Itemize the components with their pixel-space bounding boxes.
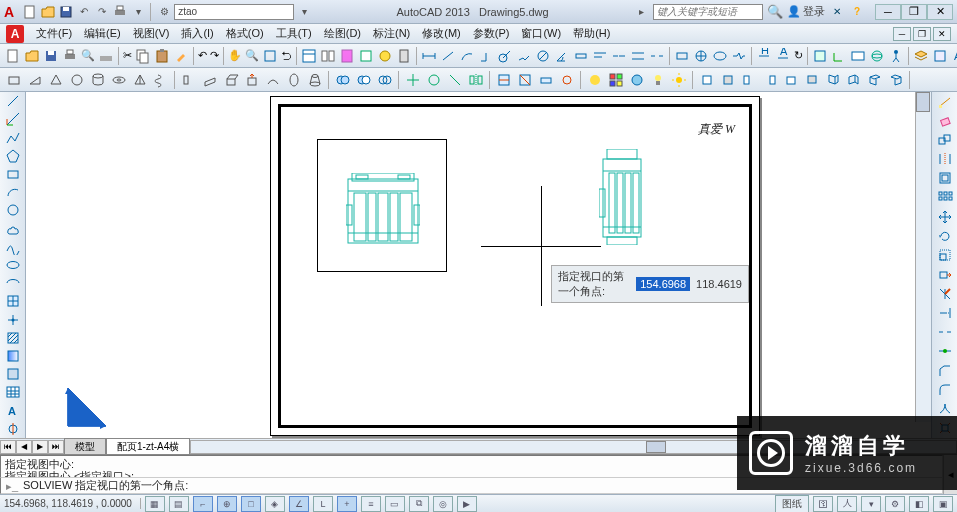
print-button[interactable]	[61, 46, 79, 66]
tab-prev-button[interactable]: ◀	[16, 440, 32, 454]
new-button[interactable]	[4, 46, 22, 66]
mtext-button[interactable]: A	[0, 401, 25, 419]
info-dropdown-icon[interactable]: ▸	[633, 4, 649, 20]
circle-button[interactable]	[0, 201, 25, 219]
app-menu-icon[interactable]: A	[6, 25, 24, 43]
otrack-toggle[interactable]: ∠	[289, 496, 309, 512]
cline-button[interactable]	[0, 110, 25, 128]
dist-button[interactable]	[932, 92, 957, 111]
tab-last-button[interactable]: ⏭	[48, 440, 64, 454]
hatch-button[interactable]	[0, 329, 25, 347]
ellipse-button[interactable]	[0, 256, 25, 274]
copy-button[interactable]	[932, 130, 957, 149]
shape-cylinder-button[interactable]	[88, 70, 108, 90]
cut-button[interactable]: ✂	[122, 46, 133, 66]
block-button[interactable]	[0, 292, 25, 310]
redo-button[interactable]: ↷	[209, 46, 220, 66]
join-button[interactable]	[932, 342, 957, 361]
view-back-button[interactable]	[802, 70, 822, 90]
snap-toggle[interactable]: ▦	[145, 496, 165, 512]
help-search-input[interactable]	[653, 4, 763, 20]
status-ann-icon[interactable]: 人	[837, 496, 857, 512]
spline-button[interactable]	[0, 238, 25, 256]
dim-diameter-button[interactable]	[534, 46, 552, 66]
dim-break-button[interactable]	[648, 46, 666, 66]
scale-button[interactable]	[932, 246, 957, 265]
arc-button[interactable]	[0, 183, 25, 201]
stretch-button[interactable]	[932, 265, 957, 284]
calc-button[interactable]	[395, 46, 413, 66]
view-left-button[interactable]	[739, 70, 759, 90]
erase-button[interactable]	[932, 111, 957, 130]
imprint-button[interactable]	[557, 70, 577, 90]
qat-print-icon[interactable]	[112, 4, 128, 20]
grid-toggle[interactable]: ▤	[169, 496, 189, 512]
layerstate-button[interactable]	[931, 46, 949, 66]
addpt-button[interactable]	[0, 420, 25, 438]
doc-restore-button[interactable]: ❐	[913, 27, 931, 41]
preview-button[interactable]: 🔍	[80, 46, 96, 66]
tab-first-button[interactable]: ⏮	[0, 440, 16, 454]
view-se-button[interactable]	[844, 70, 864, 90]
tab-next-button[interactable]: ▶	[32, 440, 48, 454]
status-lock-icon[interactable]: ⚿	[813, 496, 833, 512]
fillet-button[interactable]	[932, 380, 957, 399]
point-button[interactable]	[0, 310, 25, 328]
model-tab[interactable]: 模型	[64, 438, 106, 456]
menu-窗口w[interactable]: 窗口(W)	[515, 24, 567, 43]
shape-torus-button[interactable]	[109, 70, 129, 90]
dim-continue-button[interactable]	[610, 46, 628, 66]
extend-button[interactable]	[932, 303, 957, 322]
dim-radius-button[interactable]	[496, 46, 514, 66]
rect-button[interactable]	[0, 165, 25, 183]
view-right-button[interactable]	[760, 70, 780, 90]
table-button[interactable]	[0, 383, 25, 401]
3dalign-button[interactable]	[445, 70, 465, 90]
dimupdate-button[interactable]: ↻	[793, 46, 804, 66]
space-toggle[interactable]: 图纸	[775, 495, 809, 513]
polar-toggle[interactable]: ⊕	[217, 496, 237, 512]
matchprop-button[interactable]	[172, 46, 190, 66]
view-ne-button[interactable]	[865, 70, 885, 90]
workspace-dropdown-icon[interactable]: ▾	[296, 4, 312, 20]
menu-文件f[interactable]: 文件(F)	[30, 24, 78, 43]
markup-button[interactable]	[376, 46, 394, 66]
subtract-button[interactable]	[354, 70, 374, 90]
dyn-toggle[interactable]: +	[337, 496, 357, 512]
window-minimize-button[interactable]: ─	[875, 4, 901, 20]
pan-button[interactable]: ✋	[227, 46, 243, 66]
window-restore-button[interactable]: ❐	[901, 4, 927, 20]
qat-undo-icon[interactable]: ↶	[76, 4, 92, 20]
array-button[interactable]	[932, 188, 957, 207]
view-top-button[interactable]	[697, 70, 717, 90]
copy-button[interactable]	[134, 46, 152, 66]
dim-baseline-button[interactable]	[591, 46, 609, 66]
layers-button[interactable]	[912, 46, 930, 66]
zoom-window-button[interactable]	[261, 46, 279, 66]
view-bottom-button[interactable]	[718, 70, 738, 90]
open-button[interactable]	[23, 46, 41, 66]
dim-angular-button[interactable]	[553, 46, 571, 66]
3dorbit-button[interactable]	[868, 46, 886, 66]
login-button[interactable]: 👤登录	[787, 4, 825, 19]
view-front-button[interactable]	[781, 70, 801, 90]
rotate-button[interactable]	[932, 227, 957, 246]
ellipse-arc-button[interactable]	[0, 274, 25, 292]
menu-标注n[interactable]: 标注(N)	[367, 24, 416, 43]
inspect-button[interactable]	[711, 46, 729, 66]
dimedit-button[interactable]: H	[755, 46, 773, 66]
section-button[interactable]	[494, 70, 514, 90]
trim-button[interactable]	[932, 284, 957, 303]
coordinates-readout[interactable]: 154.6968, 118.4619 , 0.0000	[4, 498, 141, 509]
status-scale-icon[interactable]: ▾	[861, 496, 881, 512]
shape-pyramid-button[interactable]	[130, 70, 150, 90]
lwt-toggle[interactable]: ≡	[361, 496, 381, 512]
doc-minimize-button[interactable]: ─	[893, 27, 911, 41]
slice-button[interactable]	[515, 70, 535, 90]
centermark-button[interactable]	[692, 46, 710, 66]
drawing-area[interactable]: 真爱 W	[26, 92, 931, 438]
presspull-button[interactable]	[242, 70, 262, 90]
props-button[interactable]	[300, 46, 318, 66]
region-button[interactable]	[0, 365, 25, 383]
gradient-button[interactable]	[0, 347, 25, 365]
